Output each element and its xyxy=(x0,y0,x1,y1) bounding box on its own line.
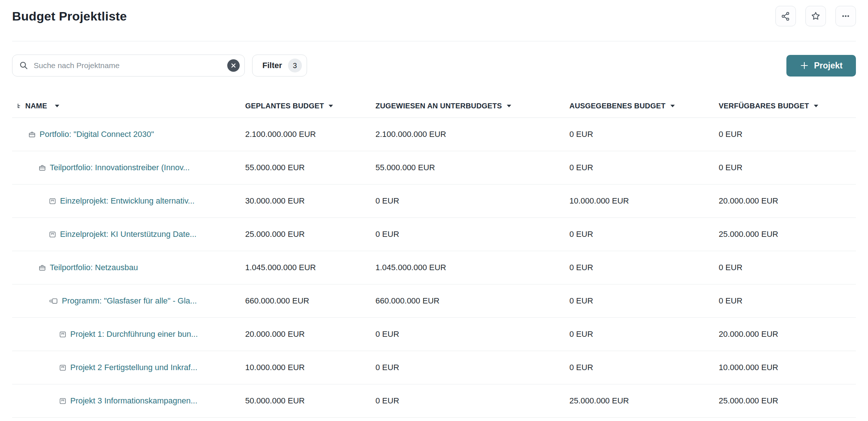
table-row: Teilportfolio: Netzausbau 1.045.000.000 … xyxy=(12,251,856,284)
table-row: Projekt 3 Informationskampagnen... 50.00… xyxy=(12,384,856,418)
toolbar: Filter 3 Projekt xyxy=(12,55,856,77)
table-row: Einzelprojekt: KI Unterstützung Date... … xyxy=(12,218,856,251)
column-header-allocated-subbudgets[interactable]: ZUGEWIESEN AN UNTERBUDGETS xyxy=(375,102,569,110)
board-icon xyxy=(49,231,56,238)
filter-button[interactable]: Filter 3 xyxy=(252,55,307,77)
project-name-link[interactable]: Teilportfolio: Innovationstreiber (Innov… xyxy=(50,163,190,172)
allocated-budget-value: 660.000.000 EUR xyxy=(375,296,569,306)
column-header-spent-budget[interactable]: AUSGEGEBENES BUDGET xyxy=(569,102,719,110)
sort-caret-icon xyxy=(814,105,818,107)
available-budget-value: 10.000.000 EUR xyxy=(719,363,856,372)
project-name-link[interactable]: Projekt 2 Fertigstellung und Inkraf... xyxy=(70,363,197,372)
allocated-budget-value: 0 EUR xyxy=(375,396,569,406)
share-icon xyxy=(781,11,791,21)
project-name-link[interactable]: Teilportfolio: Netzausbau xyxy=(50,263,138,272)
project-name-link[interactable]: Einzelprojekt: Entwicklung alternativ... xyxy=(60,196,195,206)
planned-budget-value: 30.000.000 EUR xyxy=(245,196,375,206)
project-name-cell: Einzelprojekt: Entwicklung alternativ... xyxy=(12,196,245,206)
project-name-link[interactable]: Projekt 3 Informationskampagnen... xyxy=(70,396,197,406)
page-title: Budget Projektliste xyxy=(12,9,127,23)
project-name-link[interactable]: Programm: "Glasfaser für alle" - Gla... xyxy=(62,296,197,306)
search-input[interactable] xyxy=(12,55,244,76)
planned-budget-value: 50.000.000 EUR xyxy=(245,396,375,406)
briefcase-icon xyxy=(38,264,46,272)
clear-search-button[interactable] xyxy=(227,59,240,72)
ellipsis-icon xyxy=(841,11,851,21)
project-name-cell: Programm: "Glasfaser für alle" - Gla... xyxy=(12,296,245,306)
column-label: VERFÜGBARES BUDGET xyxy=(719,102,809,110)
spent-budget-value: 0 EUR xyxy=(569,363,719,372)
project-name-link[interactable]: Einzelprojekt: KI Unterstützung Date... xyxy=(60,230,197,239)
spent-budget-value: 0 EUR xyxy=(569,296,719,306)
column-header-available-budget[interactable]: VERFÜGBARES BUDGET xyxy=(719,102,856,110)
planned-budget-value: 25.000.000 EUR xyxy=(245,230,375,239)
allocated-budget-value: 2.100.000.000 EUR xyxy=(375,130,569,139)
project-name-link[interactable]: Projekt 1: Durchführung einer bun... xyxy=(70,329,198,339)
briefcase-icon xyxy=(38,164,46,172)
program-icon xyxy=(49,297,58,305)
spent-budget-value: 10.000.000 EUR xyxy=(569,196,719,206)
header-divider xyxy=(12,41,856,41)
project-name-cell: Einzelprojekt: KI Unterstützung Date... xyxy=(12,230,245,239)
spent-budget-value: 25.000.000 EUR xyxy=(569,396,719,406)
spent-budget-value: 0 EUR xyxy=(569,163,719,172)
available-budget-value: 20.000.000 EUR xyxy=(719,329,856,339)
sort-caret-icon xyxy=(670,105,675,107)
close-icon xyxy=(231,63,236,68)
table-body: Portfolio: "Digital Connect 2030" 2.100.… xyxy=(12,118,856,418)
page-header: Budget Projektliste xyxy=(12,0,856,32)
column-label: ZUGEWIESEN AN UNTERBUDGETS xyxy=(375,102,502,110)
project-name-cell: Teilportfolio: Netzausbau xyxy=(12,263,245,272)
planned-budget-value: 1.045.000.000 EUR xyxy=(245,263,375,272)
briefcase-icon xyxy=(28,131,36,138)
filter-label: Filter xyxy=(262,61,282,70)
star-icon xyxy=(811,11,821,21)
allocated-budget-value: 0 EUR xyxy=(375,196,569,206)
allocated-budget-value: 0 EUR xyxy=(375,230,569,239)
board-icon xyxy=(49,197,56,205)
more-options-button[interactable] xyxy=(835,6,856,26)
available-budget-value: 0 EUR xyxy=(719,263,856,272)
spent-budget-value: 0 EUR xyxy=(569,329,719,339)
allocated-budget-value: 0 EUR xyxy=(375,363,569,372)
available-budget-value: 0 EUR xyxy=(719,130,856,139)
project-name-cell: Portfolio: "Digital Connect 2030" xyxy=(12,130,245,139)
allocated-budget-value: 1.045.000.000 EUR xyxy=(375,263,569,272)
project-name-cell: Projekt 1: Durchführung einer bun... xyxy=(12,329,245,339)
project-name-cell: Projekt 2 Fertigstellung und Inkraf... xyxy=(12,363,245,372)
available-budget-value: 25.000.000 EUR xyxy=(719,230,856,239)
allocated-budget-value: 0 EUR xyxy=(375,329,569,339)
board-icon xyxy=(59,364,67,372)
budget-project-list-page: Budget Projektliste xyxy=(0,0,868,421)
column-label: GEPLANTES BUDGET xyxy=(245,102,324,110)
add-project-button[interactable]: Projekt xyxy=(786,55,856,77)
column-label: AUSGEGEBENES BUDGET xyxy=(569,102,666,110)
share-button[interactable] xyxy=(775,6,796,26)
add-project-label: Projekt xyxy=(814,61,843,71)
budget-table: NAME GEPLANTES BUDGET ZUGEWIESEN AN UNTE… xyxy=(12,94,856,418)
table-row: Programm: "Glasfaser für alle" - Gla... … xyxy=(12,284,856,318)
table-row: Projekt 2 Fertigstellung und Inkraf... 1… xyxy=(12,351,856,384)
header-actions xyxy=(775,6,856,26)
table-row: Einzelprojekt: Entwicklung alternativ...… xyxy=(12,185,856,218)
column-header-name[interactable]: NAME xyxy=(12,102,245,110)
planned-budget-value: 660.000.000 EUR xyxy=(245,296,375,306)
sort-caret-icon xyxy=(507,105,511,107)
sort-caret-icon xyxy=(55,105,59,107)
column-header-planned-budget[interactable]: GEPLANTES BUDGET xyxy=(245,102,375,110)
available-budget-value: 25.000.000 EUR xyxy=(719,396,856,406)
filter-count-badge: 3 xyxy=(288,59,302,72)
table-row: Teilportfolio: Innovationstreiber (Innov… xyxy=(12,151,856,185)
available-budget-value: 0 EUR xyxy=(719,296,856,306)
allocated-budget-value: 55.000.000 EUR xyxy=(375,163,569,172)
spent-budget-value: 0 EUR xyxy=(569,130,719,139)
project-name-cell: Projekt 3 Informationskampagnen... xyxy=(12,396,245,406)
planned-budget-value: 10.000.000 EUR xyxy=(245,363,375,372)
available-budget-value: 0 EUR xyxy=(719,163,856,172)
favorite-button[interactable] xyxy=(805,6,826,26)
search-box xyxy=(12,55,245,77)
spent-budget-value: 0 EUR xyxy=(569,263,719,272)
project-name-link[interactable]: Portfolio: "Digital Connect 2030" xyxy=(40,130,154,139)
sort-caret-icon xyxy=(329,105,333,107)
hierarchy-icon xyxy=(16,103,22,109)
